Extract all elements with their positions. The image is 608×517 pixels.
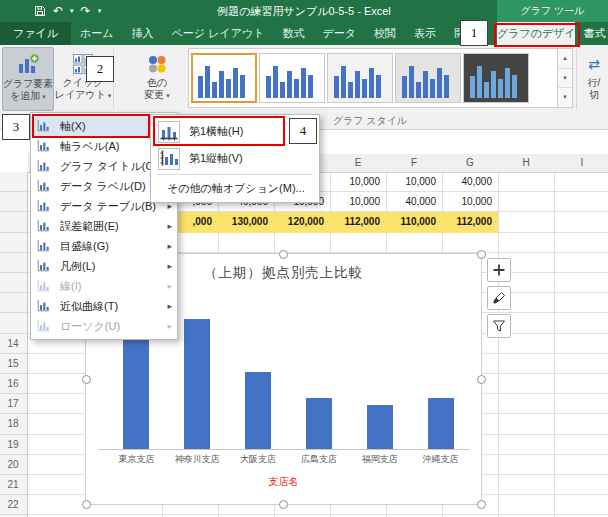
sheet-cell[interactable]: 112,000 — [330, 212, 380, 232]
tab-data[interactable]: データ — [313, 22, 365, 45]
primary-horizontal-axis-icon — [157, 120, 181, 144]
chart-tools-header: グラフ ツール — [497, 0, 608, 22]
row-header-18[interactable]: 18 — [0, 414, 26, 434]
chart-x-axis — [98, 449, 470, 450]
lines-icon — [36, 279, 52, 293]
chart-bar-3[interactable] — [245, 372, 271, 449]
gallery-down-icon[interactable]: ▾ — [558, 68, 572, 88]
trendline-icon — [36, 299, 52, 313]
undo-icon[interactable]: ↶ — [53, 0, 63, 22]
chart-styles-button[interactable] — [487, 286, 511, 310]
undo-caret-icon[interactable]: ▾ — [70, 0, 74, 22]
callout-3: 3 — [2, 114, 30, 140]
chart-style-thumbnail-1[interactable] — [191, 53, 257, 103]
menu-item-lines[interactable]: 線(I)▸ — [31, 276, 177, 296]
legend-icon — [36, 259, 52, 273]
menu-item-label: 近似曲線(T) — [60, 299, 167, 314]
sheet-cell[interactable]: 120,000 — [274, 212, 324, 232]
sheet-cell[interactable]: 112,000 — [442, 212, 492, 232]
qat-customize-icon[interactable]: ▾ — [98, 0, 102, 22]
menu-item-gridlines[interactable]: 目盛線(G)▸ — [31, 236, 177, 256]
selection-handle[interactable] — [279, 250, 288, 259]
axis-titles-icon — [36, 139, 52, 153]
save-icon[interactable] — [34, 5, 46, 17]
submenu-item-more-axis-options[interactable]: その他の軸オプション(M)... — [151, 177, 319, 199]
chart-filters-button[interactable] — [487, 314, 511, 338]
chart-elements-button[interactable] — [487, 258, 511, 282]
tab-chart-format[interactable]: 書式 — [581, 22, 608, 45]
row-header-22[interactable]: 22 — [0, 495, 26, 515]
axes-icon — [36, 119, 52, 133]
tab-file[interactable]: ファイル — [0, 22, 71, 45]
sheet-cell[interactable]: 10,000 — [330, 172, 380, 192]
add-chart-element-button[interactable]: グラフ要素 を追加 — [2, 47, 54, 111]
tab-insert[interactable]: 挿入 — [123, 22, 163, 45]
sheet-cell[interactable]: 10,000 — [386, 172, 436, 192]
chart-x-axis-title[interactable]: 支店名 — [86, 475, 481, 489]
redo-icon[interactable]: ↷ — [81, 0, 91, 22]
chart-styles-brush-icon — [492, 291, 506, 305]
add-chart-element-label-2: を追加 — [10, 90, 46, 103]
column-header-i[interactable]: I — [554, 154, 608, 172]
tab-view[interactable]: 表示 — [405, 22, 445, 45]
tab-home[interactable]: ホーム — [71, 22, 123, 45]
selection-handle[interactable] — [279, 500, 288, 509]
sheet-cell[interactable]: 10,000 — [442, 192, 492, 212]
row-header-21[interactable]: 21 — [0, 475, 26, 495]
column-header-g[interactable]: G — [442, 154, 498, 172]
callout-4: 4 — [289, 118, 317, 144]
tab-formulas[interactable]: 数式 — [273, 22, 313, 45]
row-header-column: 141516171819202122 — [0, 172, 28, 517]
chart-style-thumbnail-2[interactable] — [259, 53, 325, 103]
row-header-16[interactable]: 16 — [0, 374, 26, 394]
chart-bar-2[interactable] — [184, 319, 210, 449]
menu-item-legend[interactable]: 凡例(L)▸ — [31, 256, 177, 276]
chart-style-thumbnail-3[interactable] — [327, 53, 393, 103]
selection-handle[interactable] — [477, 375, 486, 384]
menu-item-trendline[interactable]: 近似曲線(T)▸ — [31, 296, 177, 316]
chart-style-thumbnail-5[interactable] — [463, 53, 529, 103]
row-header-20[interactable]: 20 — [0, 455, 26, 475]
menu-item-label: ローソク(U) — [60, 319, 167, 334]
chart-category-label: 神奈川支店 — [163, 453, 231, 466]
selection-handle[interactable] — [477, 500, 486, 509]
chart-category-labels: 東京支店神奈川支店大阪支店広島支店福岡支店沖縄支店 — [86, 453, 481, 465]
title-bar: ↶ ▾ ↷ ▾ 例題の練習用サンプル0-5-5 - Excel グラフ ツール — [0, 0, 608, 22]
chart-style-thumbnail-4[interactable] — [395, 53, 461, 103]
column-header-h[interactable]: H — [498, 154, 554, 172]
submenu-separator — [157, 174, 313, 175]
chart-category-label: 大阪支店 — [224, 453, 292, 466]
sheet-cell[interactable]: 110,000 — [386, 212, 436, 232]
chart-bar-6[interactable] — [428, 398, 454, 449]
column-header-f[interactable]: F — [386, 154, 442, 172]
menu-item-error-bars[interactable]: 誤差範囲(E)▸ — [31, 216, 177, 236]
menu-item-up-down-bars[interactable]: ローソク(U)▸ — [31, 316, 177, 336]
tab-review[interactable]: 校閲 — [365, 22, 405, 45]
row-header-14[interactable]: 14 — [0, 334, 26, 354]
selection-handle[interactable] — [477, 250, 486, 259]
add-chart-element-label-1: グラフ要素 — [3, 78, 54, 90]
chart-title-icon — [36, 159, 52, 173]
sheet-cell[interactable]: 40,000 — [442, 172, 492, 192]
menu-item-label: 線(I) — [60, 279, 167, 294]
sheet-cell[interactable]: 130,000 — [218, 212, 268, 232]
row-header-17[interactable]: 17 — [0, 394, 26, 414]
tab-chart-design[interactable]: グラフのデザイン — [497, 22, 575, 45]
sheet-cell[interactable]: 10,000 — [330, 192, 380, 212]
selection-handle[interactable] — [82, 500, 91, 509]
submenu-item-label: 第1横軸(H) — [189, 124, 243, 139]
selection-handle[interactable] — [82, 375, 91, 384]
row-header-15[interactable]: 15 — [0, 354, 26, 374]
callout-1: 1 — [460, 20, 488, 46]
row-header-19[interactable]: 19 — [0, 435, 26, 455]
submenu-item-primary-vertical[interactable]: 第1縦軸(V) — [151, 145, 319, 172]
tab-page-layout[interactable]: ページ レイアウト — [163, 22, 274, 45]
chart-bar-5[interactable] — [367, 405, 393, 449]
change-colors-button[interactable]: 色の 変更 — [134, 47, 180, 111]
switch-row-column-button[interactable]: ⇄ 行/ 切 — [580, 47, 608, 111]
column-header-e[interactable]: E — [330, 154, 386, 172]
chart-bar-4[interactable] — [306, 398, 332, 449]
sheet-cell[interactable]: 40,000 — [386, 192, 436, 212]
gallery-up-icon[interactable]: ▴ — [558, 49, 572, 68]
gallery-more-icon[interactable]: ▾ — [558, 87, 572, 107]
